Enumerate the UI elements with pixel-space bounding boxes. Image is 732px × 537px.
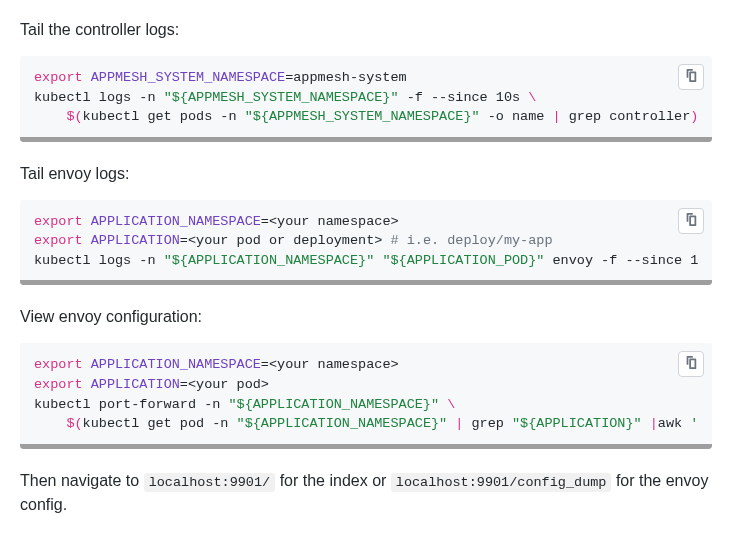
clipboard-icon [684, 65, 698, 89]
paragraph-tail-envoy: Tail envoy logs: [20, 162, 712, 186]
copy-button[interactable] [678, 351, 704, 377]
copy-button[interactable] [678, 208, 704, 234]
codeblock-envoy-logs: export APPLICATION_NAMESPACE=<your names… [20, 200, 712, 286]
copy-button[interactable] [678, 64, 704, 90]
code-content: export APPMESH_SYSTEM_NAMESPACE=appmesh-… [34, 68, 698, 127]
codeblock-controller-logs: export APPMESH_SYSTEM_NAMESPACE=appmesh-… [20, 56, 712, 142]
code-content: export APPLICATION_NAMESPACE=<your names… [34, 212, 698, 271]
paragraph-navigate: Then navigate to localhost:9901/ for the… [20, 469, 712, 517]
inline-code-index: localhost:9901/ [144, 473, 276, 492]
text-fragment: for the index or [280, 472, 391, 489]
clipboard-icon [684, 209, 698, 233]
code-content: export APPLICATION_NAMESPACE=<your names… [34, 355, 698, 433]
inline-code-config-dump: localhost:9901/config_dump [391, 473, 612, 492]
codeblock-envoy-config: export APPLICATION_NAMESPACE=<your names… [20, 343, 712, 448]
paragraph-view-config: View envoy configuration: [20, 305, 712, 329]
paragraph-tail-controller: Tail the controller logs: [20, 18, 712, 42]
text-fragment: Then navigate to [20, 472, 144, 489]
clipboard-icon [684, 352, 698, 376]
